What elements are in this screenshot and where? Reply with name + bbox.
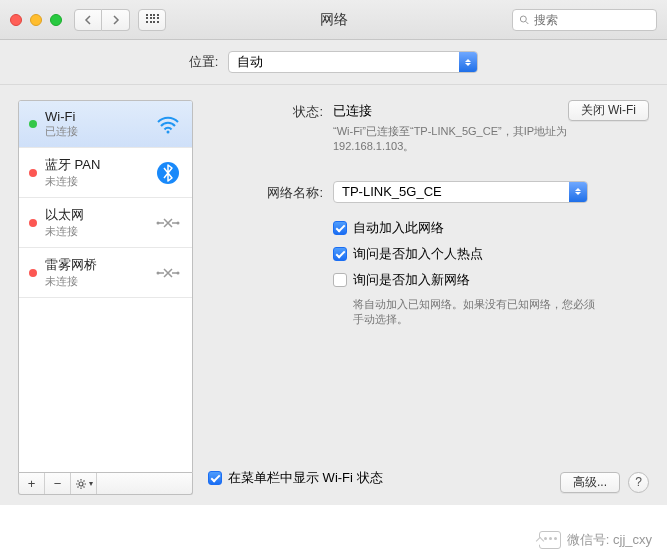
interface-list: Wi-Fi 已连接 蓝牙 PAN 未连接 (18, 100, 193, 473)
details-panel: 状态: 已连接 关闭 Wi-Fi “Wi-Fi”已连接至“TP-LINK_5G_… (208, 100, 649, 495)
ask-new-hint: 将自动加入已知网络。如果没有已知网络，您必须手动选择。 (353, 297, 603, 328)
select-arrow-icon (569, 182, 587, 202)
location-value: 自动 (237, 53, 263, 71)
grid-icon (146, 14, 158, 26)
nav-buttons (74, 9, 130, 31)
auto-join-label: 自动加入此网络 (353, 219, 444, 237)
wechat-icon (539, 531, 561, 549)
search-field[interactable] (512, 9, 657, 31)
menubar-checkbox-row[interactable]: 在菜单栏中显示 Wi-Fi 状态 (208, 469, 560, 487)
status-dot-icon (29, 120, 37, 128)
sidebar-item-bluetooth[interactable]: 蓝牙 PAN 未连接 (19, 148, 192, 198)
bluetooth-icon (154, 159, 182, 187)
remove-interface-button[interactable]: − (45, 473, 71, 494)
search-input[interactable] (534, 13, 650, 27)
window-title: 网络 (320, 11, 348, 29)
gear-icon (75, 478, 87, 490)
forward-button[interactable] (102, 9, 130, 31)
checkbox-icon (333, 221, 347, 235)
sidebar-toolbar: + − (18, 473, 193, 495)
select-arrow-icon (459, 52, 477, 72)
chevron-right-icon (112, 15, 120, 25)
svg-point-5 (177, 221, 180, 224)
minimize-button[interactable] (30, 14, 42, 26)
location-label: 位置: (189, 53, 219, 71)
auto-join-checkbox-row[interactable]: 自动加入此网络 (333, 219, 649, 237)
show-all-button[interactable] (138, 9, 166, 31)
close-button[interactable] (10, 14, 22, 26)
network-name-value: TP-LINK_5G_CE (342, 184, 442, 199)
window-controls (10, 14, 62, 26)
interface-status: 已连接 (45, 124, 154, 139)
interface-name: Wi-Fi (45, 109, 154, 124)
interface-name: 雷雾网桥 (45, 256, 154, 274)
sidebar-item-thunderbolt[interactable]: 雷雾网桥 未连接 (19, 248, 192, 298)
svg-point-7 (177, 271, 180, 274)
checkbox-icon (333, 247, 347, 261)
maximize-button[interactable] (50, 14, 62, 26)
checkbox-icon (208, 471, 222, 485)
location-row: 位置: 自动 (0, 40, 667, 85)
titlebar: 网络 (0, 0, 667, 40)
help-button[interactable]: ? (628, 472, 649, 493)
network-name-select[interactable]: TP-LINK_5G_CE (333, 181, 588, 203)
sidebar-item-wifi[interactable]: Wi-Fi 已连接 (19, 101, 192, 148)
svg-point-2 (167, 131, 170, 134)
svg-point-6 (157, 271, 160, 274)
location-select[interactable]: 自动 (228, 51, 478, 73)
back-button[interactable] (74, 9, 102, 31)
interface-name: 蓝牙 PAN (45, 156, 154, 174)
chevron-left-icon (84, 15, 92, 25)
svg-point-4 (157, 221, 160, 224)
wifi-toggle-button[interactable]: 关闭 Wi-Fi (568, 100, 649, 121)
menubar-label: 在菜单栏中显示 Wi-Fi 状态 (228, 469, 383, 487)
interface-name: 以太网 (45, 206, 154, 224)
status-dot-icon (29, 169, 37, 177)
status-dot-icon (29, 269, 37, 277)
ask-hotspot-label: 询问是否加入个人热点 (353, 245, 483, 263)
status-label: 状态: (208, 100, 333, 155)
wifi-icon (154, 110, 182, 138)
add-interface-button[interactable]: + (19, 473, 45, 494)
watermark: 微信号: cjj_cxy (539, 531, 652, 549)
svg-point-8 (79, 482, 83, 486)
ethernet-icon (154, 209, 182, 237)
thunderbolt-bridge-icon (154, 259, 182, 287)
interface-actions-button[interactable] (71, 473, 97, 494)
svg-point-0 (520, 16, 526, 22)
details-footer: 在菜单栏中显示 Wi-Fi 状态 高级... ? (208, 459, 649, 495)
interface-status: 未连接 (45, 224, 154, 239)
advanced-button[interactable]: 高级... (560, 472, 620, 493)
status-dot-icon (29, 219, 37, 227)
checkbox-icon (333, 273, 347, 287)
sidebar-container: Wi-Fi 已连接 蓝牙 PAN 未连接 (18, 100, 193, 495)
interface-status: 未连接 (45, 274, 154, 289)
interface-status: 未连接 (45, 174, 154, 189)
sidebar-item-ethernet[interactable]: 以太网 未连接 (19, 198, 192, 248)
main-panel: Wi-Fi 已连接 蓝牙 PAN 未连接 (0, 85, 667, 505)
ask-new-checkbox-row[interactable]: 询问是否加入新网络 (333, 271, 649, 289)
ask-hotspot-checkbox-row[interactable]: 询问是否加入个人热点 (333, 245, 649, 263)
search-icon (519, 14, 530, 26)
status-value: 已连接 (333, 102, 372, 120)
svg-line-1 (526, 21, 529, 24)
ask-new-label: 询问是否加入新网络 (353, 271, 470, 289)
status-description: “Wi-Fi”已连接至“TP-LINK_5G_CE”，其IP地址为192.168… (333, 124, 603, 155)
watermark-text: 微信号: cjj_cxy (567, 531, 652, 549)
network-name-label: 网络名称: (208, 181, 333, 203)
